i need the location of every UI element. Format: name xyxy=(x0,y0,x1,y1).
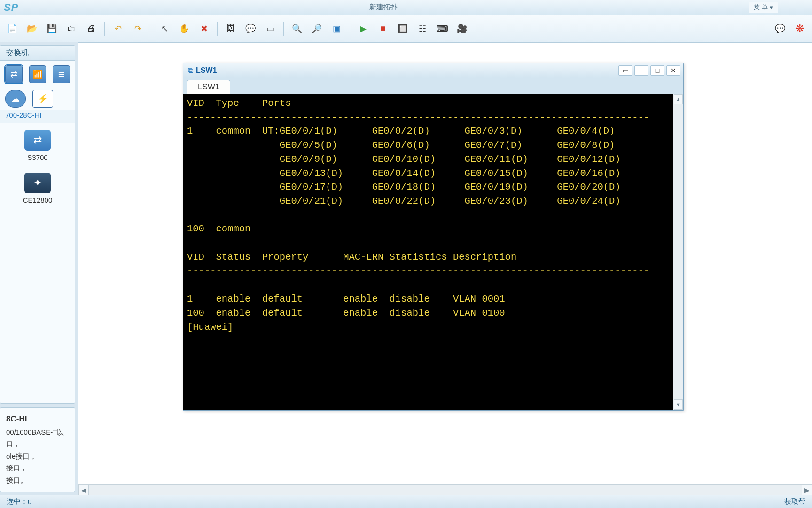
palette-button[interactable]: ▭ xyxy=(262,20,279,37)
device-category-firewall[interactable]: ≣ xyxy=(53,65,70,83)
stop-icon: ■ xyxy=(381,24,386,33)
save-button[interactable]: 💾 xyxy=(43,20,60,37)
fit-icon: ▣ xyxy=(333,24,341,34)
status-bar: 选中： 0 获取帮 xyxy=(0,495,812,508)
stop-button[interactable]: ■ xyxy=(375,20,391,37)
device-label: S3700 xyxy=(27,153,47,161)
app-title: 新建拓扑 xyxy=(18,3,749,12)
terminal-close-button[interactable]: ✕ xyxy=(666,65,680,76)
switch-icon: ⇄ xyxy=(10,69,17,79)
zoomin-icon: 🔍 xyxy=(292,24,302,34)
status-help-link[interactable]: 获取帮 xyxy=(784,497,805,506)
capture-icon: 🔲 xyxy=(398,24,408,34)
device-category-cloud[interactable]: ☁ xyxy=(5,90,26,108)
terminal-window-icon: ⧉ xyxy=(188,66,193,75)
sidebar: 交换机 ⇄ 📶 ≣ ☁ ⚡ 700-28C-HI ⇄ S3700 ✦ CE128… xyxy=(0,42,78,495)
terminal-titlebar[interactable]: ⧉ LSW1 ▭ — □ ✕ xyxy=(183,63,683,78)
terminal-option-button[interactable]: ▭ xyxy=(618,65,632,76)
info-line: 00/1000BASE-T以 xyxy=(6,426,69,438)
device-palette-header: 交换机 xyxy=(0,46,75,61)
app-titlebar: SP 新建拓扑 菜 单 ▾ — xyxy=(0,0,812,15)
video-button[interactable]: 🎥 xyxy=(453,20,470,37)
play-icon: ▶ xyxy=(360,24,367,34)
switch-device-icon: ⇄ xyxy=(24,130,51,151)
device-info-panel: 8C-HI 00/1000BASE-T以 口， ole接口， 接口， 接口。 xyxy=(0,407,75,492)
toolbar-separator xyxy=(283,22,284,36)
screenshot-button[interactable]: 🖼 xyxy=(222,20,239,37)
terminal-window: ⧉ LSW1 ▭ — □ ✕ LSW1 VID Type Ports -----… xyxy=(183,63,684,411)
info-line: 口， xyxy=(6,438,69,450)
device-label: CE12800 xyxy=(23,196,53,204)
window-list-icon: ▭ xyxy=(623,67,629,74)
cli-icon: ⌨ xyxy=(436,24,448,34)
device-category-link[interactable]: ⚡ xyxy=(32,90,53,108)
zoomin-button[interactable]: 🔍 xyxy=(289,20,305,37)
menu-label: 菜 单 xyxy=(754,3,768,12)
info-line: 接口， xyxy=(6,462,69,474)
terminal-tab[interactable]: LSW1 xyxy=(187,80,230,94)
undo-icon: ↶ xyxy=(115,24,122,34)
device-category-switch[interactable]: ⇄ xyxy=(5,65,23,83)
device-item-ce12800[interactable]: ✦ CE12800 xyxy=(5,173,70,204)
redo-button[interactable]: ↷ xyxy=(129,20,146,37)
app-logo: SP xyxy=(4,1,18,14)
scroll-right-icon[interactable]: ▶ xyxy=(802,485,812,495)
lightning-icon: ⚡ xyxy=(38,94,48,104)
delete-button[interactable]: ✖ xyxy=(195,20,212,37)
text-button[interactable]: 💬 xyxy=(242,20,259,37)
text-icon: 💬 xyxy=(245,24,256,34)
cli-button[interactable]: ⌨ xyxy=(434,20,451,37)
info-line: 接口。 xyxy=(6,474,69,486)
terminal-maximize-button[interactable]: □ xyxy=(650,65,664,76)
scroll-up-icon[interactable]: ▲ xyxy=(674,94,683,104)
print-icon: 🖨 xyxy=(87,24,95,33)
app-minimize-button[interactable]: — xyxy=(780,2,793,13)
scroll-left-icon[interactable]: ◀ xyxy=(78,485,89,495)
device-item-s3700[interactable]: ⇄ S3700 xyxy=(5,130,70,161)
start-button[interactable]: ▶ xyxy=(355,20,372,37)
topology-icon: ☷ xyxy=(419,24,426,34)
toolbar-separator xyxy=(104,22,105,36)
zoomout-button[interactable]: 🔎 xyxy=(308,20,325,37)
terminal-tabs: LSW1 xyxy=(183,78,683,94)
print-button[interactable]: 🖨 xyxy=(83,20,100,37)
toolbar: 📄 📂 💾 🗂 🖨 ↶ ↷ ↖ ✋ ✖ 🖼 💬 ▭ 🔍 🔎 ▣ ▶ ■ 🔲 ☷ … xyxy=(0,15,812,42)
chat-icon: 💬 xyxy=(775,24,785,34)
device-model-selected[interactable]: 700-28C-HI xyxy=(0,110,75,123)
zoomout-icon: 🔎 xyxy=(312,24,322,34)
topology-canvas[interactable]: ⧉ LSW1 ▭ — □ ✕ LSW1 VID Type Ports -----… xyxy=(78,42,812,495)
undo-button[interactable]: ↶ xyxy=(109,20,126,37)
fit-button[interactable]: ▣ xyxy=(328,20,345,37)
chat-button[interactable]: 💬 xyxy=(772,20,789,37)
dropdown-icon: ▾ xyxy=(770,4,773,11)
huawei-logo-icon: ❋ xyxy=(791,20,808,37)
palette-icon: ▭ xyxy=(266,24,274,34)
redo-icon: ↷ xyxy=(134,24,141,34)
menu-button[interactable]: 菜 单 ▾ xyxy=(749,2,778,13)
open-button[interactable]: 📂 xyxy=(23,20,40,37)
terminal-title: LSW1 xyxy=(196,66,617,75)
status-selection-count: 0 xyxy=(28,498,31,506)
toolbar-separator xyxy=(151,22,151,36)
scroll-down-icon[interactable]: ▼ xyxy=(674,399,683,410)
antenna-icon: 📶 xyxy=(32,69,43,79)
canvas-horizontal-scrollbar[interactable]: ◀ ▶ xyxy=(78,484,812,495)
saveas-button[interactable]: 🗂 xyxy=(63,20,80,37)
new-button[interactable]: 📄 xyxy=(4,20,21,37)
cloud-icon: ☁ xyxy=(11,94,20,104)
pointer-button[interactable]: ↖ xyxy=(156,20,173,37)
pan-button[interactable]: ✋ xyxy=(176,20,193,37)
firewall-icon: ≣ xyxy=(58,69,65,79)
video-icon: 🎥 xyxy=(457,24,467,34)
capture-button[interactable]: 🔲 xyxy=(394,20,411,37)
save-icon: 💾 xyxy=(47,24,57,34)
toolbar-separator xyxy=(217,22,218,36)
topology-button[interactable]: ☷ xyxy=(414,20,431,37)
device-category-wlan[interactable]: 📶 xyxy=(29,65,47,83)
camera-icon: 🖼 xyxy=(226,24,235,33)
terminal-output[interactable]: VID Type Ports -------------------------… xyxy=(183,94,673,410)
terminal-scrollbar[interactable]: ▲ ▼ xyxy=(673,94,683,410)
status-selection-label: 选中： xyxy=(7,497,28,506)
terminal-minimize-button[interactable]: — xyxy=(634,65,648,76)
info-line: ole接口， xyxy=(6,450,69,462)
